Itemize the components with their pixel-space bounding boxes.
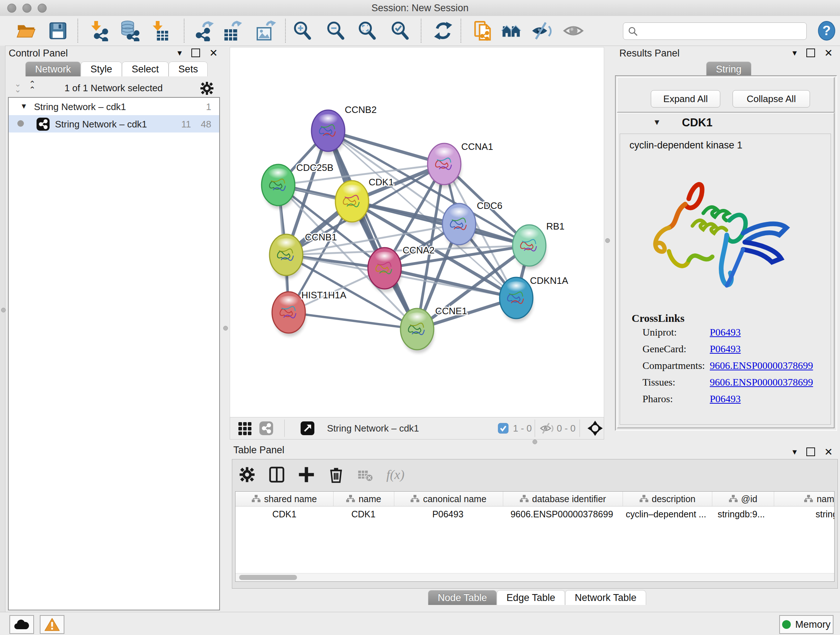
network-node-hist1h1a[interactable]	[272, 292, 306, 336]
network-node-ccnb2[interactable]	[311, 110, 345, 155]
refresh-button[interactable]	[433, 20, 454, 41]
import-network-database-button[interactable]	[118, 20, 140, 41]
crosslink-value-link[interactable]: P06493	[710, 393, 741, 405]
node-table[interactable]: shared namenamecanonical namedatabase id…	[235, 491, 835, 582]
close-panel-icon[interactable]: ✕	[824, 47, 833, 59]
close-panel-icon[interactable]: ✕	[824, 446, 833, 458]
tab-select[interactable]: Select	[122, 62, 169, 76]
fit-selected-crosshair-icon[interactable]	[587, 421, 603, 436]
open-session-button[interactable]	[16, 20, 36, 41]
birds-eye-view-icon[interactable]	[238, 422, 252, 435]
show-graphics-details-button[interactable]	[563, 20, 584, 41]
network-row[interactable]: String Network – cdk1 11 48	[9, 115, 219, 133]
help-button[interactable]: ?	[816, 20, 837, 41]
float-panel-icon[interactable]	[806, 49, 815, 57]
cloud-status-button[interactable]	[9, 615, 34, 634]
network-node-rb1[interactable]	[513, 225, 546, 269]
table-cell[interactable]: cyclin–dependent ...	[622, 507, 711, 522]
crosslink-value-link[interactable]: 9606.ENSP00000378699	[710, 360, 813, 371]
selected-checkbox-icon[interactable]	[498, 423, 508, 434]
collection-expand-icon[interactable]: ▼	[20, 102, 27, 111]
crosslink-value-link[interactable]: P06493	[710, 326, 741, 338]
collapse-panel-icon[interactable]: ▾	[792, 447, 797, 457]
tab-edge-table[interactable]: Edge Table	[497, 590, 565, 605]
import-table-file-button[interactable]	[149, 20, 171, 41]
collapse-panel-icon[interactable]: ▾	[792, 48, 797, 58]
hidden-eye-slash-icon[interactable]	[540, 423, 554, 434]
network-node-ccna1[interactable]	[428, 143, 461, 188]
string-copy-network-button[interactable]	[473, 20, 494, 41]
collapse-panel-icon[interactable]: ▾	[177, 48, 182, 58]
column-header-name[interactable]: name	[333, 492, 394, 506]
network-edge[interactable]	[289, 312, 417, 329]
search-field[interactable]	[623, 22, 807, 40]
tab-sets[interactable]: Sets	[169, 62, 208, 76]
tab-style[interactable]: Style	[81, 62, 122, 76]
table-cell[interactable]: P06493	[393, 507, 502, 522]
tab-node-table[interactable]: Node Table	[428, 590, 497, 605]
table-cell[interactable]: stringdb:9...	[711, 507, 772, 522]
zoom-fit-button[interactable]	[357, 20, 378, 41]
table-horizontal-scrollbar[interactable]	[235, 573, 834, 581]
export-table-button[interactable]	[221, 20, 242, 41]
export-network-button[interactable]	[194, 20, 215, 41]
table-cell[interactable]: stringdb	[772, 507, 835, 522]
crosslink-value-link[interactable]: P06493	[710, 343, 741, 355]
network-node-cdc25b[interactable]	[262, 165, 295, 209]
zoom-selected-button[interactable]	[390, 20, 411, 41]
column-header-canonical-name[interactable]: canonical name	[394, 492, 503, 506]
table-row[interactable]: CDK1CDK1P064939606.ENSP00000378699cyclin…	[235, 507, 835, 522]
show-columns-icon[interactable]	[268, 466, 285, 483]
expand-all-button[interactable]: Expand All	[651, 90, 720, 108]
gene-collapse-icon[interactable]: ▼	[653, 118, 661, 127]
column-header--id[interactable]: @id	[712, 492, 774, 506]
string-home-button[interactable]	[501, 20, 522, 41]
network-canvas[interactable]: CCNB2CCNA1CDC25BCDK1CDC6RB1CCNB1CCNA2CDK…	[230, 47, 604, 418]
network-edge[interactable]	[328, 131, 444, 164]
float-panel-icon[interactable]	[806, 448, 815, 456]
network-node-cdc6[interactable]	[442, 203, 476, 248]
network-node-cdk1[interactable]	[335, 181, 369, 225]
network-node-ccnb1[interactable]	[270, 234, 303, 279]
table-options-gear-icon[interactable]	[239, 466, 256, 483]
network-node-ccna2[interactable]	[368, 248, 401, 292]
column-header-namespace[interactable]: namespace	[774, 492, 835, 506]
delete-column-icon[interactable]	[328, 466, 344, 483]
network-collection-row[interactable]: ▼ String Network – cdk1 1	[9, 98, 219, 115]
close-panel-icon[interactable]: ✕	[210, 47, 218, 59]
table-cell[interactable]: CDK1	[333, 507, 393, 522]
string-view-icon[interactable]	[259, 421, 273, 435]
network-options-gear-icon[interactable]	[200, 81, 214, 96]
collapse-all-button[interactable]: Collapse All	[733, 90, 810, 108]
network-node-ccne1[interactable]	[401, 309, 434, 353]
control-network-splitter-handle[interactable]	[223, 326, 228, 331]
collection-count: 1	[206, 101, 211, 112]
save-session-button[interactable]	[47, 20, 68, 41]
scrollbar-thumb[interactable]	[239, 575, 297, 580]
crosslink-value-link[interactable]: 9606.ENSP00000378699	[710, 377, 813, 388]
results-panel-splitter-handle[interactable]	[605, 238, 610, 243]
search-input[interactable]	[642, 24, 803, 39]
table-panel-splitter-handle[interactable]	[532, 440, 537, 444]
column-header-database-identifier[interactable]: database identifier	[503, 492, 623, 506]
table-cell[interactable]: CDK1	[235, 507, 333, 522]
open-in-window-icon[interactable]	[300, 421, 315, 435]
memory-button[interactable]: Memory	[779, 615, 834, 634]
float-panel-icon[interactable]	[191, 49, 200, 57]
network-graph[interactable]: CCNB2CCNA1CDC25BCDK1CDC6RB1CCNB1CCNA2CDK…	[230, 48, 604, 417]
import-network-file-button[interactable]	[88, 20, 110, 41]
tab-string[interactable]: String	[706, 62, 752, 76]
warnings-button[interactable]	[40, 615, 65, 634]
export-image-button[interactable]	[255, 20, 276, 41]
string-hide-glass-button[interactable]	[531, 20, 552, 41]
tab-network-table[interactable]: Network Table	[565, 590, 646, 605]
tab-network[interactable]: Network	[25, 62, 81, 76]
zoom-in-button[interactable]	[292, 20, 313, 41]
column-header-description[interactable]: description	[623, 492, 712, 506]
column-header-shared-name[interactable]: shared name	[235, 492, 333, 506]
gene-card-header[interactable]: ▼ CDK1	[617, 113, 834, 132]
zoom-out-button[interactable]	[325, 20, 346, 41]
network-node-cdkn1a[interactable]	[500, 277, 533, 322]
add-column-icon[interactable]	[298, 466, 315, 483]
table-cell[interactable]: 9606.ENSP00000378699	[502, 507, 622, 522]
